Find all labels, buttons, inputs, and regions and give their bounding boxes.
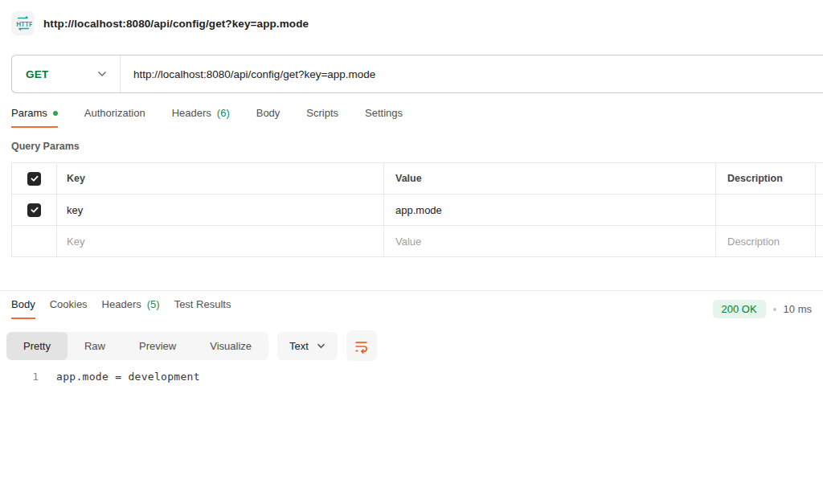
tab-headers[interactable]: Headers (6) (172, 107, 230, 128)
wrap-text-button[interactable] (346, 330, 377, 361)
chevron-down-icon (317, 343, 326, 349)
params-active-dot (53, 111, 58, 116)
response-body-line: app.mode = development (39, 371, 200, 383)
param-key-cell[interactable]: key (57, 195, 384, 225)
request-title-bar: HTTP http://localhost:8080/api/config/ge… (0, 0, 823, 35)
http-request-icon: HTTP (11, 11, 35, 35)
format-dropdown[interactable]: Text (277, 332, 338, 360)
query-params-title: Query Params (11, 141, 812, 152)
column-header-extra (816, 163, 823, 194)
param-row: key app.mode (12, 195, 823, 226)
meta-dot-separator (773, 308, 776, 311)
tab-params-label: Params (11, 107, 47, 119)
param-placeholder-row: Key Value Description (12, 226, 823, 257)
table-header-row: Key Value Description (12, 163, 823, 195)
response-time: 10 ms (784, 303, 812, 315)
placeholder-key-cell[interactable]: Key (57, 226, 384, 256)
query-params-table: Key Value Description key app.mode Key V… (11, 162, 823, 257)
section-divider (0, 290, 823, 291)
tab-authorization[interactable]: Authorization (84, 107, 145, 128)
param-checkbox-cell (12, 195, 57, 225)
view-raw-button[interactable]: Raw (68, 332, 122, 360)
select-all-checkbox[interactable] (27, 172, 41, 186)
tab-body[interactable]: Body (256, 107, 280, 128)
headers-count: (6) (217, 107, 230, 119)
select-all-cell (12, 163, 57, 194)
method-label: GET (26, 68, 48, 80)
tab-response-body[interactable]: Body (11, 298, 35, 319)
request-tabs: Params Authorization Headers (6) Body Sc… (11, 107, 812, 128)
response-headers-count: (5) (147, 298, 160, 310)
check-icon (30, 174, 39, 183)
param-description-cell[interactable] (716, 195, 816, 225)
placeholder-value-cell[interactable]: Value (384, 226, 716, 256)
chevron-down-icon (97, 71, 107, 77)
method-dropdown[interactable]: GET (12, 55, 120, 92)
tab-response-headers[interactable]: Headers (5) (102, 298, 160, 319)
response-header: Body Cookies Headers (5) Test Results 20… (11, 298, 812, 319)
response-meta: 200 OK 10 ms (713, 300, 813, 318)
response-body-editor[interactable]: 1 app.mode = development (0, 371, 823, 383)
view-preview-button[interactable]: Preview (122, 332, 193, 360)
svg-text:HTTP: HTTP (16, 21, 32, 28)
column-header-key: Key (57, 163, 384, 194)
page-title: http://localhost:8080/api/config/get?key… (43, 18, 309, 30)
line-number: 1 (0, 371, 39, 383)
tab-response-cookies[interactable]: Cookies (50, 298, 88, 319)
column-header-description: Description (716, 163, 816, 194)
request-bar: GET (11, 55, 823, 93)
param-value-cell[interactable]: app.mode (384, 195, 716, 225)
status-badge[interactable]: 200 OK (713, 300, 766, 318)
tab-test-results[interactable]: Test Results (174, 298, 231, 319)
tab-settings[interactable]: Settings (365, 107, 403, 128)
param-checkbox[interactable] (27, 203, 41, 217)
response-toolbar: Pretty Raw Preview Visualize Text (6, 330, 823, 361)
tab-params[interactable]: Params (11, 107, 58, 128)
check-icon (30, 205, 39, 215)
wrap-text-icon (354, 338, 369, 354)
view-pretty-button[interactable]: Pretty (6, 332, 68, 360)
placeholder-description-cell[interactable]: Description (716, 226, 816, 256)
placeholder-checkbox-cell (12, 226, 57, 256)
format-label: Text (289, 340, 309, 352)
tab-scripts[interactable]: Scripts (306, 107, 338, 128)
column-header-value: Value (384, 163, 716, 194)
response-tabs: Body Cookies Headers (5) Test Results (11, 298, 231, 319)
url-input[interactable] (121, 68, 823, 80)
view-mode-switch: Pretty Raw Preview Visualize (6, 332, 268, 360)
view-visualize-button[interactable]: Visualize (193, 332, 268, 360)
